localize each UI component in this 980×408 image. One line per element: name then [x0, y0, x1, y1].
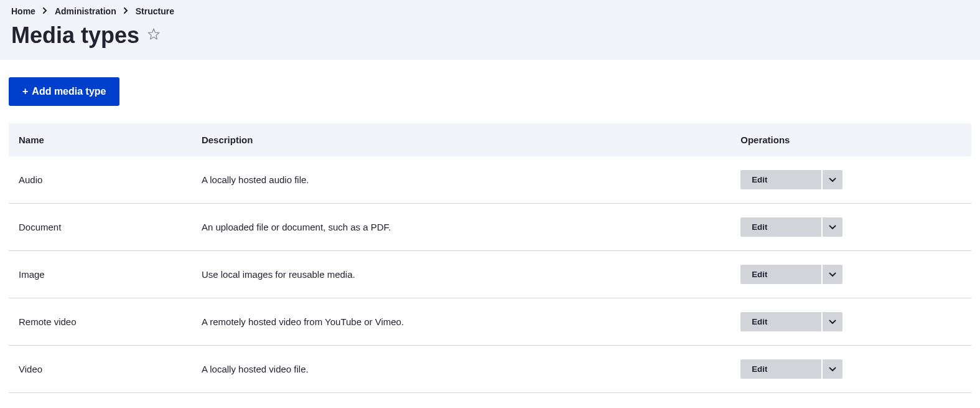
cell-description: A locally hosted video file. [192, 346, 730, 393]
edit-button[interactable]: Edit [740, 217, 821, 237]
cell-description: An uploaded file or document, such as a … [192, 204, 730, 251]
edit-button[interactable]: Edit [740, 359, 821, 379]
table-header-row: Name Description Operations [9, 123, 971, 156]
cell-description: Use local images for reusable media. [192, 251, 730, 298]
table-row: Remote video A remotely hosted video fro… [9, 298, 971, 346]
breadcrumb-separator-icon [43, 7, 47, 16]
add-media-type-button[interactable]: + Add media type [9, 77, 119, 106]
table-row: Document An uploaded file or document, s… [9, 204, 971, 251]
chevron-down-icon [829, 364, 836, 374]
add-button-label: Add media type [32, 86, 106, 97]
cell-description: A remotely hosted video from YouTube or … [192, 298, 730, 346]
chevron-down-icon [829, 270, 836, 279]
breadcrumb-separator-icon [124, 7, 128, 16]
page-title-row: Media types [11, 22, 969, 49]
cell-operations: Edit [730, 298, 971, 346]
cell-name: Audio [9, 156, 192, 204]
dropbutton-toggle[interactable] [821, 359, 842, 379]
breadcrumb-item-administration[interactable]: Administration [55, 6, 116, 16]
dropbutton-toggle[interactable] [821, 170, 842, 189]
breadcrumb-item-home[interactable]: Home [11, 6, 35, 16]
cell-name: Document [9, 204, 192, 251]
table-row: Audio A locally hosted audio file. Edit [9, 156, 971, 204]
column-header-description: Description [192, 123, 730, 156]
cell-name: Image [9, 251, 192, 298]
chevron-down-icon [829, 175, 836, 184]
media-types-table: Name Description Operations Audio A loca… [9, 123, 971, 393]
column-header-name: Name [9, 123, 192, 156]
cell-operations: Edit [730, 251, 971, 298]
header-region: Home Administration Structure Media type… [0, 0, 980, 60]
breadcrumb-item-structure[interactable]: Structure [136, 6, 174, 16]
cell-description: A locally hosted audio file. [192, 156, 730, 204]
cell-name: Remote video [9, 298, 192, 346]
table-row: Image Use local images for reusable medi… [9, 251, 971, 298]
edit-button[interactable]: Edit [740, 265, 821, 284]
content-region: + Add media type Name Description Operat… [0, 60, 980, 402]
dropbutton-toggle[interactable] [821, 217, 842, 237]
operations-dropbutton: Edit [740, 312, 842, 331]
star-icon[interactable] [147, 27, 161, 44]
cell-operations: Edit [730, 156, 971, 204]
edit-button[interactable]: Edit [740, 312, 821, 331]
table-row: Video A locally hosted video file. Edit [9, 346, 971, 393]
column-header-operations: Operations [730, 123, 971, 156]
operations-dropbutton: Edit [740, 217, 842, 237]
operations-dropbutton: Edit [740, 359, 842, 379]
cell-operations: Edit [730, 204, 971, 251]
cell-operations: Edit [730, 346, 971, 393]
page-title: Media types [11, 22, 139, 49]
edit-button[interactable]: Edit [740, 170, 821, 189]
plus-icon: + [22, 86, 28, 97]
cell-name: Video [9, 346, 192, 393]
chevron-down-icon [829, 317, 836, 326]
dropbutton-toggle[interactable] [821, 312, 842, 331]
operations-dropbutton: Edit [740, 265, 842, 284]
chevron-down-icon [829, 222, 836, 232]
dropbutton-toggle[interactable] [821, 265, 842, 284]
breadcrumb: Home Administration Structure [11, 6, 969, 16]
operations-dropbutton: Edit [740, 170, 842, 189]
